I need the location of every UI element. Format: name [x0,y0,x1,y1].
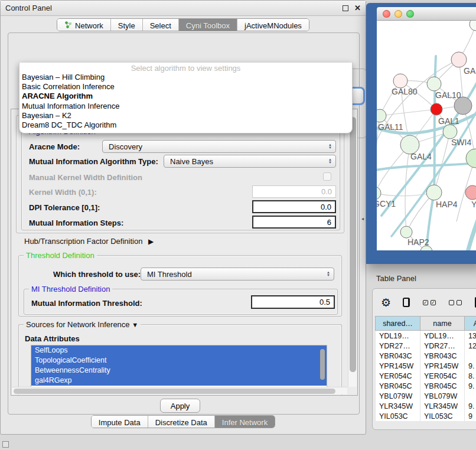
table-cell: YPR145W [420,361,465,371]
table-cell: YBR045C [376,381,420,391]
dropdown-item-basic-correlation-inference[interactable]: Basic Correlation Inference [19,82,352,92]
attribute-item-gal4rgexp[interactable]: gal4RGexp [31,376,327,386]
settings-horizontal-scrollbar[interactable] [12,387,347,394]
which-threshold-label: Which threshold to use: [53,270,141,279]
aracne-mode-combobox[interactable]: Discovery ▲▼ [102,140,336,153]
tab-label: Network [75,21,103,30]
network-node-swi4[interactable] [443,125,457,139]
attribute-item-topologicalcoefficient[interactable]: TopologicalCoefficient [31,356,327,366]
network-node-gal10[interactable] [427,77,441,91]
unchecked-pair-icon[interactable] [449,300,462,305]
table-cell: YLR345W [376,401,420,411]
node-label-gal11: GAL11 [378,122,403,132]
mi-threshold-value: 0.5 [319,298,330,306]
network-node[interactable] [466,149,476,168]
table-row[interactable]: YDR27…YDR27…12 [376,341,476,351]
network-node-gcy1[interactable] [377,187,381,200]
mi-steps-field[interactable]: 6 [252,216,336,229]
dropdown-item-bayesian-hill-climbing[interactable]: Bayesian – Hill Climbing [19,73,352,82]
tab-network[interactable]: Network [57,19,111,31]
network-edge[interactable] [380,109,436,116]
dropdown-item-dream8-dc-tdc-algorithm[interactable]: Dream8 DC_TDC Algorithm [19,120,352,130]
column-header-shared[interactable]: shared… [376,317,420,331]
hub-definition-expander[interactable]: Hub/Transcription Factor Definition ▶ [24,237,154,246]
dpi-tolerance-label: DPI Tolerance [0,1]: [29,203,100,212]
table-cell: YBR045C [420,381,465,391]
table-row[interactable]: YDL19…YDL19…13 [376,331,476,341]
network-icon [64,21,72,30]
settings-vertical-scrollbar[interactable] [348,110,357,387]
table-horizontal-scrollbar[interactable] [375,429,476,430]
attribute-item-betweennesscentrality[interactable]: BetweennessCentrality [31,366,327,376]
minimize-light[interactable] [395,10,402,18]
data-attributes-list[interactable]: SelfLoopsTopologicalCoefficientBetweenne… [31,345,327,389]
apply-button[interactable]: Apply [160,399,200,413]
gear-icon[interactable]: ⚙ [381,297,391,308]
node-label-y: Y [471,200,476,209]
columns-icon[interactable] [403,298,410,307]
kernel-width-value: 0.0 [321,187,332,196]
dropdown-item-bayesian-k2[interactable]: Bayesian – K2 [19,111,352,120]
zoom-light[interactable] [406,10,414,18]
close-icon[interactable]: ✕ [354,5,361,11]
close-light[interactable] [383,10,390,18]
table-row[interactable]: YBL079WYBL079W [376,391,476,401]
table-row[interactable]: YLR345WYLR345W9. [376,401,476,411]
table-cell: 8. [465,371,476,381]
list-scrollbar-thumb[interactable] [320,349,325,380]
tab-label: jActiveMNodules [244,21,302,30]
network-node[interactable] [470,21,476,31]
network-node-gal[interactable] [451,52,467,67]
network-node-gal1[interactable] [431,103,442,115]
bottom-tab-label: Impute Data [99,418,141,427]
table-row[interactable]: YBR043CYBR043C [376,351,476,361]
scrollbar-thumb[interactable] [14,389,335,394]
table-cell: 9 [465,411,476,421]
table-row[interactable]: YBR045CYBR045C9. [376,381,476,391]
dropdown-prompt: Select algorithm to view settings [19,64,352,73]
bottom-tab-impute-data[interactable]: Impute Data [92,416,148,428]
attribute-item-selfloops[interactable]: SelfLoops [31,345,327,356]
scrollbar-thumb[interactable] [350,117,356,372]
tab-cyni-toolbox[interactable]: Cyni Toolbox [179,19,237,31]
table-cell: YDL19… [420,331,465,341]
mi-threshold-field[interactable]: 0.5 [251,295,335,309]
dock-grip-icon[interactable] [2,441,9,448]
dropdown-item-aracne-algorithm[interactable]: ARACNE Algorithm [19,92,352,101]
bottom-tab-discretize-data[interactable]: Discretize Data [148,416,215,428]
which-threshold-combobox[interactable]: MI Threshold ▲▼ [141,268,334,281]
node-table: shared…nameA [375,316,476,331]
network-node-y[interactable] [465,185,476,200]
dpi-tolerance-field[interactable]: 0.0 [252,200,336,213]
checked-pair-icon[interactable]: ✓✓ [423,300,436,305]
node-label-gal10: GAL10 [435,90,461,100]
column-header-a[interactable]: A [465,317,476,331]
table-cell: 12 [465,341,476,351]
table-cell: YLR345W [420,401,465,411]
tab-style[interactable]: Style [111,19,143,31]
table-row[interactable]: YER054CYER054C8. [376,371,476,381]
splitter-handle[interactable]: ◂ [361,216,364,221]
control-panel-tabs: NetworkStyleSelectCyni ToolboxjActiveMNo… [57,18,309,31]
manual-kernel-checkbox[interactable] [323,172,331,181]
network-node-hap4[interactable] [426,185,442,200]
network-view-window[interactable]: GALGAL80GAL10GAL1GAL11SWI4GAL4GCY1HAP4YH… [366,3,476,264]
network-node-gal80[interactable] [393,74,407,88]
table-cell: YIL053C [376,411,420,421]
network-canvas[interactable]: GALGAL80GAL10GAL1GAL11SWI4GAL4GCY1HAP4YH… [377,21,476,250]
dropdown-item-mutual-information-inference[interactable]: Mutual Information Inference [19,102,352,111]
tab-jactivemnodules[interactable]: jActiveMNodules [237,19,309,31]
network-edge[interactable] [377,159,476,171]
mi-type-combobox[interactable]: Naive Bayes ▲▼ [164,155,336,168]
table-cell: YBR043C [420,351,465,361]
bottom-tab-infer-network[interactable]: Infer Network [215,416,275,428]
kernel-width-field[interactable]: 0.0 [252,185,336,198]
table-row[interactable]: YPR145WYPR145W9. [376,361,476,371]
table-cell: YIL053C [420,411,465,421]
network-edge[interactable] [434,132,450,193]
network-node-hap2[interactable] [400,226,412,238]
table-row[interactable]: YIL053CYIL053C9 [376,411,476,421]
float-icon[interactable] [343,5,348,11]
tab-select[interactable]: Select [143,19,179,31]
column-header-name[interactable]: name [420,317,465,331]
